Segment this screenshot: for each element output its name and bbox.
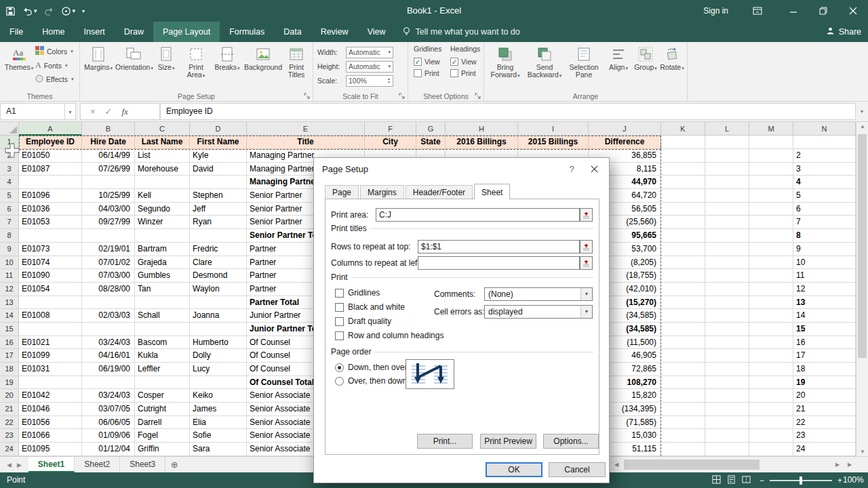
tab-page-layout[interactable]: Page Layout xyxy=(153,22,220,42)
cell-D1[interactable]: First Name xyxy=(190,136,247,149)
cell-D9[interactable]: Fredric xyxy=(190,243,247,256)
cell-M21[interactable] xyxy=(749,403,793,416)
height-dropdown[interactable]: Automatic▾ xyxy=(346,61,393,73)
cell-K15[interactable] xyxy=(661,323,705,336)
row-header-21[interactable]: 21 xyxy=(0,403,19,416)
cell-M5[interactable] xyxy=(749,189,793,203)
cell-L3[interactable] xyxy=(705,163,749,176)
cell-M11[interactable] xyxy=(749,269,793,283)
cell-A12[interactable]: E01054 xyxy=(19,283,82,296)
cell-C11[interactable]: Gumbles xyxy=(135,269,190,283)
cell-C17[interactable]: Kukla xyxy=(135,349,190,363)
cell-A20[interactable]: E01042 xyxy=(19,389,82,403)
cell-B16[interactable]: 03/24/03 xyxy=(82,336,135,350)
cell-L21[interactable] xyxy=(705,403,749,416)
cell-D5[interactable]: Stephen xyxy=(190,189,247,203)
cell-K5[interactable] xyxy=(661,189,705,203)
gridlines-view-checkbox[interactable]: ✓View xyxy=(414,56,449,67)
cell-A23[interactable]: E01066 xyxy=(19,429,82,443)
cell-L4[interactable] xyxy=(705,176,749,189)
minimize-button[interactable] xyxy=(778,0,808,22)
cell-L19[interactable] xyxy=(705,376,749,390)
cell-N4[interactable]: 4 xyxy=(793,176,856,189)
cell-B24[interactable]: 01/12/04 xyxy=(82,443,135,456)
cell-C22[interactable]: Darrell xyxy=(135,416,190,430)
horizontal-scrollbar[interactable]: ◀ ▶ ▶ xyxy=(610,457,856,472)
cell-D22[interactable]: Elia xyxy=(190,416,247,430)
row-header-6[interactable]: 6 xyxy=(0,203,19,216)
cell-B4[interactable] xyxy=(82,176,135,189)
cell-D18[interactable]: Lucy xyxy=(190,363,247,376)
cell-A1[interactable]: Employee ID xyxy=(19,136,82,149)
cell-M10[interactable] xyxy=(749,256,793,270)
print-titles-button[interactable]: Print Titles xyxy=(281,43,312,88)
cell-N23[interactable]: 23 xyxy=(793,429,856,443)
bring-forward-button[interactable]: Bring Forward▾ xyxy=(487,43,524,88)
column-header-M[interactable]: M xyxy=(749,122,793,136)
sheet-tab-sheet2[interactable]: Sheet2 xyxy=(75,457,120,472)
cell-B7[interactable]: 09/27/99 xyxy=(82,216,135,229)
cell-A11[interactable]: E01090 xyxy=(19,269,82,283)
cell-M3[interactable] xyxy=(749,163,793,176)
cell-N15[interactable]: 15 xyxy=(793,323,856,336)
cell-N17[interactable]: 17 xyxy=(793,349,856,363)
cell-C7[interactable]: Winzer xyxy=(135,216,190,229)
vertical-scrollbar-thumb[interactable] xyxy=(858,134,867,358)
cell-B3[interactable]: 07/26/99 xyxy=(82,163,135,176)
cell-L12[interactable] xyxy=(705,283,749,296)
close-button[interactable] xyxy=(838,0,868,22)
cell-G1[interactable]: State xyxy=(416,136,446,149)
cell-M18[interactable] xyxy=(749,363,793,376)
cell-D8[interactable] xyxy=(190,229,247,243)
cell-M6[interactable] xyxy=(749,203,793,216)
margins-button[interactable]: Margins▾ xyxy=(83,43,114,88)
cell-L20[interactable] xyxy=(705,389,749,403)
page-setup-dialog-launcher[interactable] xyxy=(303,92,311,100)
insert-function-icon[interactable]: fx xyxy=(122,106,128,117)
cell-L16[interactable] xyxy=(705,336,749,350)
cell-B17[interactable]: 04/16/01 xyxy=(82,349,135,363)
width-dropdown[interactable]: Automatic▾ xyxy=(346,47,393,58)
cell-A9[interactable]: E01073 xyxy=(19,243,82,256)
tab-formulas[interactable]: Formulas xyxy=(220,22,274,42)
cell-N22[interactable]: 22 xyxy=(793,416,856,430)
row-header-3[interactable]: 3 xyxy=(0,163,19,176)
cell-B23[interactable]: 01/09/06 xyxy=(82,429,135,443)
row-header-4[interactable]: 4 xyxy=(0,176,19,189)
column-header-C[interactable]: C xyxy=(135,122,190,136)
cell-M14[interactable] xyxy=(749,309,793,323)
cell-A22[interactable]: E01056 xyxy=(19,416,82,430)
dialog-tab-sheet[interactable]: Sheet xyxy=(474,184,510,199)
cell-M1[interactable] xyxy=(749,136,793,149)
cell-L13[interactable] xyxy=(705,296,749,310)
cell-D10[interactable]: Clare xyxy=(190,256,247,270)
restore-button[interactable] xyxy=(808,0,838,22)
cell-B12[interactable]: 08/28/00 xyxy=(82,283,135,296)
scale-to-fit-dialog-launcher[interactable] xyxy=(398,92,406,100)
cell-K6[interactable] xyxy=(661,203,705,216)
row-header-12[interactable]: 12 xyxy=(0,283,19,296)
cell-K9[interactable] xyxy=(661,243,705,256)
rotate-button[interactable]: Rotate▾ xyxy=(658,43,686,88)
cell-L10[interactable] xyxy=(705,256,749,270)
cell-K10[interactable] xyxy=(661,256,705,270)
cell-K2[interactable] xyxy=(661,149,705,163)
cell-N5[interactable]: 5 xyxy=(793,189,856,203)
row-header-2[interactable]: 2 xyxy=(0,149,19,163)
cell-C18[interactable]: Leffler xyxy=(135,363,190,376)
cell-D4[interactable] xyxy=(190,176,247,189)
cell-B21[interactable]: 03/07/05 xyxy=(82,403,135,416)
cell-B14[interactable]: 02/03/03 xyxy=(82,309,135,323)
cell-N7[interactable]: 7 xyxy=(793,216,856,229)
comments-dropdown[interactable]: (None)▼ xyxy=(484,287,593,301)
cell-N24[interactable]: 24 xyxy=(793,443,856,456)
row-header-19[interactable]: 19 xyxy=(0,376,19,390)
zoom-percentage[interactable]: 100% xyxy=(843,472,864,488)
group-button[interactable]: Group▾ xyxy=(632,43,659,88)
cell-B10[interactable]: 07/01/02 xyxy=(82,256,135,270)
cell-A8[interactable] xyxy=(19,229,82,243)
column-header-A[interactable]: A xyxy=(19,122,82,136)
cell-L15[interactable] xyxy=(705,323,749,336)
cell-C12[interactable]: Tan xyxy=(135,283,190,296)
select-all-corner[interactable] xyxy=(0,122,19,136)
